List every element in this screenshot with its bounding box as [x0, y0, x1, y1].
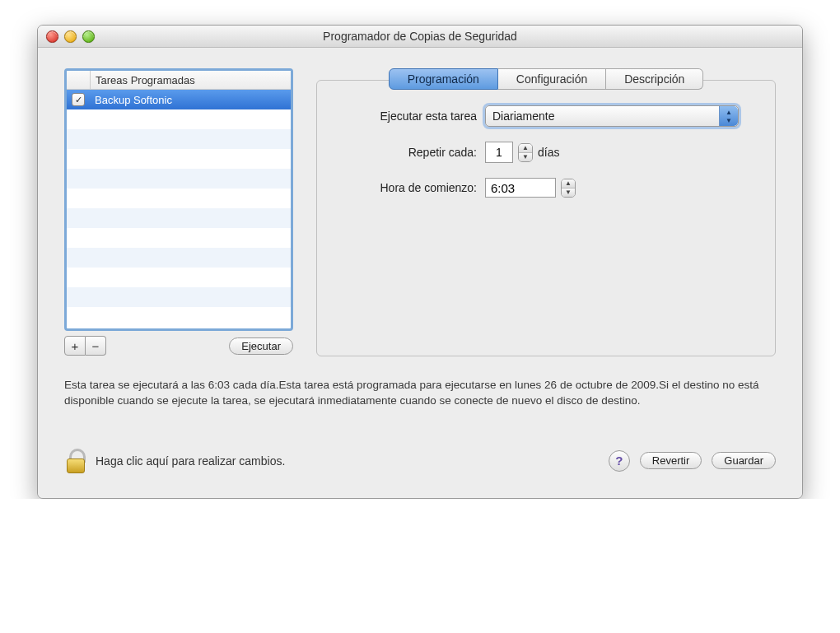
tab-content: Ejecutar esta tarea Diariamente ▲▼ Repet…	[316, 80, 776, 356]
task-list[interactable]: Tareas Programadas ✓ Backup Softonic	[64, 68, 293, 331]
titlebar: Programador de Copias de Seguridad	[38, 26, 802, 48]
lock-icon[interactable]	[64, 449, 86, 473]
task-checkbox[interactable]: ✓	[72, 93, 85, 106]
tab-bar: Programación Configuración Descripción	[316, 68, 776, 90]
zoom-icon[interactable]	[82, 30, 95, 43]
detail-panel: Programación Configuración Descripción E…	[316, 68, 776, 356]
remove-task-button[interactable]: −	[86, 336, 106, 356]
start-time-label: Hora de comienzo:	[337, 181, 485, 194]
add-task-button[interactable]: +	[64, 336, 86, 356]
tab-configuration[interactable]: Configuración	[498, 68, 606, 90]
repeat-stepper[interactable]: ▲ ▼	[518, 143, 533, 162]
revert-button[interactable]: Revertir	[640, 452, 702, 469]
repeat-label: Repetir cada:	[337, 146, 485, 159]
tab-description[interactable]: Descripción	[606, 68, 703, 90]
chevron-down-icon[interactable]: ▼	[519, 152, 532, 161]
chevron-down-icon[interactable]: ▼	[562, 188, 575, 197]
run-frequency-value: Diariamente	[492, 109, 554, 123]
start-time-stepper[interactable]: ▲ ▼	[561, 179, 576, 198]
chevron-up-icon[interactable]: ▲	[562, 179, 575, 188]
content-area: Tareas Programadas ✓ Backup Softonic	[38, 48, 802, 498]
task-row[interactable]: ✓ Backup Softonic	[67, 90, 291, 109]
add-remove-group: + −	[64, 336, 106, 356]
tab-programming[interactable]: Programación	[389, 68, 498, 90]
save-button[interactable]: Guardar	[712, 452, 776, 469]
repeat-unit-label: días	[538, 146, 559, 159]
run-task-button[interactable]: Ejecutar	[229, 337, 293, 355]
chevron-up-icon[interactable]: ▲	[519, 144, 532, 152]
start-time-input[interactable]	[485, 178, 556, 198]
chevron-updown-icon: ▲▼	[719, 106, 738, 126]
window-controls	[46, 30, 95, 43]
footer: Haga clic aquí para realizar cambios. ? …	[64, 449, 776, 485]
task-list-header: Tareas Programadas	[67, 71, 291, 90]
task-row-label: Backup Softonic	[90, 94, 291, 106]
lock-hint-text: Haga clic aquí para realizar cambios.	[96, 454, 599, 468]
run-frequency-select[interactable]: Diariamente ▲▼	[485, 105, 739, 127]
task-list-body: ✓ Backup Softonic	[67, 90, 291, 328]
close-icon[interactable]	[46, 30, 58, 43]
minimize-icon[interactable]	[64, 30, 77, 43]
schedule-description: Esta tarea se ejecutará a las 6:03 cada …	[64, 378, 776, 409]
sidebar: Tareas Programadas ✓ Backup Softonic	[64, 68, 293, 356]
window-title: Programador de Copias de Seguridad	[38, 30, 802, 43]
task-list-header-label: Tareas Programadas	[91, 72, 291, 89]
app-window: Programador de Copias de Seguridad Tarea…	[37, 25, 803, 499]
run-task-label: Ejecutar esta tarea	[337, 109, 485, 123]
repeat-value-input[interactable]	[485, 142, 513, 163]
help-button[interactable]: ?	[609, 450, 630, 472]
